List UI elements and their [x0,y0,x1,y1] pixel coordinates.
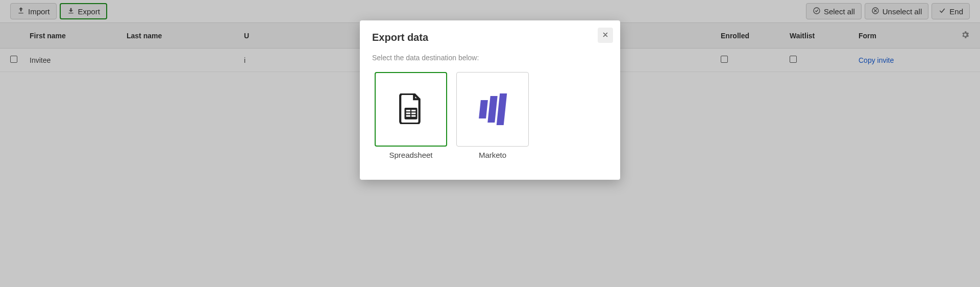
svg-rect-5 [406,112,410,114]
svg-rect-4 [411,110,415,111]
modal-instruction: Select the data destination below: [372,54,608,62]
svg-rect-3 [406,110,410,111]
destination-list: Spreadsheet Marketo [372,72,608,159]
close-button[interactable] [598,28,613,43]
svg-rect-6 [411,112,415,114]
modal-title: Export data [372,32,608,43]
destination-marketo[interactable]: Marketo [454,72,531,159]
destination-marketo-label: Marketo [479,151,506,159]
spreadsheet-icon [398,93,424,126]
destination-spreadsheet[interactable]: Spreadsheet [372,72,450,159]
svg-rect-7 [406,115,410,116]
destination-spreadsheet-label: Spreadsheet [389,151,432,159]
svg-rect-8 [411,115,415,116]
marketo-icon [480,94,505,125]
close-icon [602,31,609,40]
export-modal: Export data Select the data destination … [360,20,620,180]
modal-overlay: Export data Select the data destination … [0,0,980,287]
